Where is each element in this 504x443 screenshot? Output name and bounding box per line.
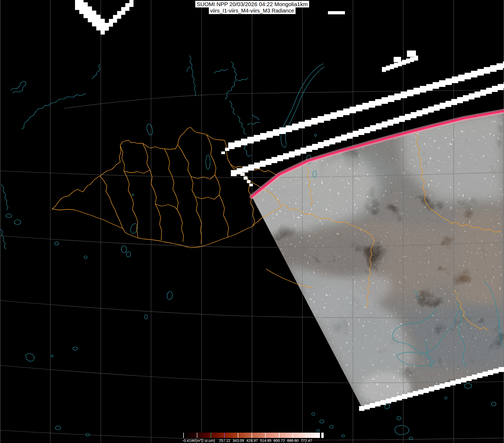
missing-data-block: [328, 11, 345, 14]
colorbar-tick-label: 600.72: [274, 438, 285, 443]
missing-data-block: [221, 151, 225, 154]
colorbar-tick: [183, 433, 184, 438]
missing-data-block: [247, 180, 251, 183]
colorbar-tick-label: 343.09: [233, 438, 244, 443]
colorbar-units-label: -0.41W/(m^2.sr.um): [182, 438, 215, 443]
colorbar-tick: [265, 433, 266, 438]
colorbar-tick: [252, 433, 252, 438]
image-subtitle: viirs_I1-viirs_M4-viirs_M3 Radiance: [209, 7, 295, 14]
colorbar-tick: [211, 433, 211, 438]
missing-data-block: [244, 176, 248, 180]
missing-data-block: [249, 184, 253, 186]
colorbar-tick: [319, 433, 320, 438]
satellite-map: [0, 0, 504, 443]
colorbar-tick: [224, 433, 225, 438]
image-title: SUOMI NPP 20/03/2026 04:22 Mongolia1km: [195, 1, 309, 7]
missing-data-block: [394, 57, 401, 62]
colorbar-end-block: [321, 433, 324, 438]
colorbar-tick: [306, 433, 307, 438]
colorbar-tick: [238, 433, 238, 438]
colorbar-tick-label: 772.47: [301, 438, 312, 443]
colorbar-tick: [279, 433, 280, 438]
colorbar-tick-label: 686.60: [287, 438, 299, 443]
missing-data-block: [225, 148, 229, 151]
missing-data-block: [407, 50, 416, 57]
title-block: SUOMI NPP 20/03/2026 04:22 Mongolia1km v…: [195, 1, 309, 14]
colorbar-tick-label: 257.22: [219, 438, 231, 443]
colorbar-tick-label: 514.85: [260, 438, 272, 443]
missing-data-block: [237, 169, 241, 172]
colorbar-tick: [197, 433, 197, 438]
satellite-viewer-canvas: SUOMI NPP 20/03/2026 04:22 Mongolia1km v…: [0, 0, 504, 443]
colorbar-labels: -0.41W/(m^2.sr.um) 257.22343.09428.97514…: [184, 438, 343, 443]
radiance-colorbar: [184, 433, 320, 438]
colorbar-tick-label: 428.97: [247, 438, 258, 443]
missing-data-block: [240, 173, 245, 176]
colorbar-tick: [293, 433, 293, 438]
